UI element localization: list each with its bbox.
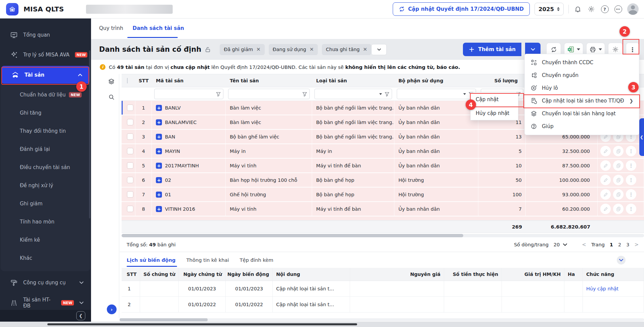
menu-item-chuyen-thanh-ccdc[interactable]: Chuyển thành CCDC <box>525 56 639 69</box>
collapse-panel-button[interactable] <box>617 256 626 264</box>
edit-icon[interactable] <box>600 160 611 171</box>
menu-item-giup[interactable]: Giúp <box>525 120 639 133</box>
sidebar-submenu-item[interactable]: Đề nghị xử lý <box>1 176 90 195</box>
tab-quy-trinh[interactable]: Quy trình <box>99 25 123 31</box>
horizontal-scrollbar[interactable] <box>120 318 644 321</box>
row-kebab-icon[interactable]: ⋮ <box>626 175 636 185</box>
tab-lich-su-bien-dong[interactable]: Lịch sử biến động <box>127 257 176 263</box>
table-row[interactable]: 8 +VITINH 2016 Máy vi tính Máy vi tính đ… <box>122 202 644 216</box>
update-decision-button[interactable]: Cập nhật Quyết định 17/2024/QĐ-UBND <box>393 2 530 16</box>
sidebar-submenu-item[interactable]: Khác <box>1 249 90 267</box>
filter-select-dept[interactable] <box>397 89 476 99</box>
year-stepper-icon[interactable] <box>557 7 560 11</box>
table-row[interactable]: 7 +01 Ghế hội trường Bộ bàn ghế họp Hội … <box>122 188 644 202</box>
row-checkbox[interactable] <box>127 191 133 198</box>
sidebar-submenu-item[interactable]: Đánh giá lại <box>1 140 90 158</box>
row-checkbox[interactable] <box>127 206 133 212</box>
more-icon[interactable]: ⋯ <box>614 5 622 13</box>
column-ten-tai-san[interactable]: Tên tài sản <box>226 78 312 83</box>
edit-icon[interactable] <box>600 204 611 214</box>
sidebar-item-tai-san[interactable]: Tài sản <box>1 66 90 84</box>
column-loai-tai-san[interactable]: Loại tài sản <box>312 78 394 83</box>
table-row[interactable]: 6 +02 Bàn họp hội trường 100 chỗ Bộ bàn … <box>122 173 644 188</box>
prev-page-button[interactable]: < <box>582 242 586 248</box>
rows-per-page-select[interactable]: 20 <box>554 242 567 247</box>
menu-item-cap-nhat-loai-tai-san[interactable]: Cập nhật loại tài sản theo TT/QĐ ❯ <box>525 94 639 107</box>
menu-item-huy-lo[interactable]: Hủy lô <box>525 82 639 94</box>
copy-icon[interactable] <box>613 160 624 171</box>
page-number[interactable]: 3 <box>626 242 629 247</box>
row-kebab-icon[interactable]: ⋮ <box>626 204 636 214</box>
sidebar-item-tong-quan[interactable]: Tổng quan <box>0 27 91 43</box>
bottom-scrollbar-thumb[interactable] <box>47 323 357 325</box>
row-checkbox[interactable] <box>127 177 133 183</box>
table-row[interactable]: 5 +2017MAYTINH Máy vi tính Máy vi tính đ… <box>122 159 644 173</box>
horizontal-scrollbar[interactable] <box>122 234 644 237</box>
filter-chip[interactable]: Đã ghi giảm ✕ <box>220 44 264 55</box>
unlock-icon[interactable] <box>205 46 211 53</box>
expand-row-icon[interactable]: + <box>156 206 162 212</box>
sidebar-item-misa-ava[interactable]: Trợ lý số MISA AVA NEW <box>0 47 91 63</box>
sidebar-submenu-item[interactable]: Kiểm kê <box>1 231 90 249</box>
expand-row-icon[interactable]: + <box>156 105 162 111</box>
table-row[interactable]: 1 01/01/2023 01/01/2023 Cập nhật loại tà… <box>122 281 644 297</box>
page-number[interactable]: 2 <box>618 242 621 247</box>
edit-icon[interactable] <box>600 175 611 185</box>
row-kebab-icon[interactable]: ⋮ <box>626 160 636 171</box>
add-asset-button[interactable]: + Thêm tài sản <box>463 43 521 56</box>
close-icon[interactable]: ✕ <box>256 46 261 52</box>
expand-row-icon[interactable]: + <box>156 177 162 183</box>
expand-panel-button[interactable]: › <box>107 304 117 314</box>
help-icon[interactable]: ? <box>600 5 609 13</box>
row-checkbox[interactable] <box>127 119 133 125</box>
filter-select-type[interactable] <box>314 89 392 99</box>
column-stt[interactable]: STT <box>135 78 152 83</box>
avatar[interactable] <box>627 3 639 15</box>
select-all-checkbox[interactable] <box>127 78 128 83</box>
copy-icon[interactable] <box>613 146 624 156</box>
copy-icon[interactable] <box>613 189 624 200</box>
expand-row-icon[interactable]: + <box>156 192 162 198</box>
expand-row-icon[interactable]: + <box>156 134 162 140</box>
sidebar-scrollbar[interactable] <box>89 50 90 218</box>
sidebar-submenu-item[interactable]: Ghi giảm <box>1 195 90 213</box>
menu-item-chuyen-loai-hang-loat[interactable]: Chuyển loại tài sản hàng loạt <box>525 107 639 120</box>
tab-tep-dinh-kem[interactable]: Tệp đính kèm <box>240 257 273 263</box>
row-checkbox[interactable] <box>127 162 133 169</box>
table-row[interactable]: 4 +MAYIN Máy in Máy in Ủy ban nhân dân 5… <box>122 144 644 159</box>
row-checkbox[interactable] <box>127 105 133 111</box>
gear-icon[interactable] <box>587 5 596 13</box>
row-kebab-icon[interactable]: ⋮ <box>626 146 636 156</box>
year-selector[interactable]: 2025 <box>534 3 564 15</box>
submenu-item-cap-nhat[interactable]: Cập nhật <box>471 93 518 106</box>
column-so-luong[interactable]: Số lượng <box>478 78 526 83</box>
bell-icon[interactable] <box>573 5 582 13</box>
filter-chip[interactable]: Đang sử dụng ✕ <box>269 44 318 55</box>
tab-danh-sach-tai-san[interactable]: Danh sách tài sản <box>133 25 184 31</box>
edit-icon[interactable] <box>600 189 611 200</box>
sidebar-item-tai-san-ht-db[interactable]: Tài sản HT-ĐB NEW <box>0 295 91 311</box>
sidebar-submenu-item[interactable]: Chuẩn hóa dữ liệu NEW <box>1 86 90 104</box>
expand-row-icon[interactable]: + <box>156 148 162 154</box>
row-kebab-icon[interactable]: ⋮ <box>626 189 636 200</box>
scrollbar-thumb[interactable] <box>120 318 208 321</box>
filter-input-code[interactable] <box>154 89 223 99</box>
filter-chip[interactable]: Chưa ghi tăng ✕ <box>322 44 371 55</box>
sidebar-submenu-item[interactable]: Tính hao mòn <box>1 213 90 231</box>
edit-icon[interactable] <box>600 146 611 156</box>
search-icon[interactable] <box>108 94 115 100</box>
page-number[interactable]: 1 <box>610 242 613 247</box>
expand-row-icon[interactable]: + <box>156 163 162 169</box>
sidebar-item-cong-cu-dung-cu[interactable]: Công cụ dụng cụ <box>0 275 91 291</box>
row-checkbox[interactable] <box>127 148 133 154</box>
huy-cap-nhat-link[interactable]: Hủy cập nhật <box>586 286 618 291</box>
column-ma-tai-san[interactable]: Mã tài sản <box>152 78 226 83</box>
scrollbar-thumb[interactable] <box>122 234 463 237</box>
sidebar-submenu-item[interactable]: Ghi tăng <box>1 104 90 122</box>
right-panel-handle[interactable]: ❮ <box>639 118 644 156</box>
filter-dropdown-button[interactable] <box>371 44 387 55</box>
filter-input-name[interactable] <box>228 89 310 99</box>
copy-icon[interactable] <box>613 175 624 185</box>
next-page-button[interactable]: > <box>634 242 639 248</box>
close-icon[interactable]: ✕ <box>363 46 368 52</box>
